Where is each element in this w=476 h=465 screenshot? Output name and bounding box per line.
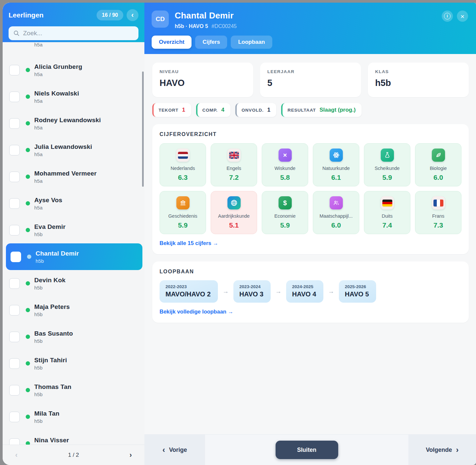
subject-card[interactable]: Duits7.4 xyxy=(364,191,410,234)
subject-card[interactable]: Biologie6.0 xyxy=(415,143,461,186)
subject-card[interactable]: Nederlands6.3 xyxy=(160,143,206,186)
student-checkbox[interactable] xyxy=(9,92,20,102)
career-step: 2022-2023MAVO/HAVO 2 xyxy=(160,280,218,303)
student-checkbox[interactable] xyxy=(9,305,20,315)
stat-card-niveau: NIVEAU HAVO xyxy=(152,63,253,97)
student-class: h5b xyxy=(34,338,73,344)
chevron-left-icon: ‹ xyxy=(131,11,134,19)
subject-card[interactable]: Aardrijkskunde5.1 xyxy=(211,191,257,234)
list-item[interactable]: Maja Petersh5b xyxy=(3,297,144,323)
list-item[interactable]: Nina Visserh5b xyxy=(3,430,144,445)
student-checkbox[interactable] xyxy=(9,145,20,155)
info-button[interactable]: i xyxy=(442,11,453,22)
subject-card[interactable]: Maatschappijl...6.0 xyxy=(313,191,359,234)
student-name: Nina Visser xyxy=(34,437,69,444)
chevron-left-icon: ‹ xyxy=(163,445,165,454)
subject-card[interactable]: Geschiedenis5.9 xyxy=(160,191,206,234)
subject-card[interactable]: Frans7.3 xyxy=(415,191,461,234)
student-class: h5b xyxy=(34,312,70,317)
pagination-prev-icon[interactable]: ‹ xyxy=(15,451,17,459)
student-checkbox[interactable] xyxy=(9,118,20,129)
list-item[interactable]: h5a xyxy=(3,42,144,57)
list-item[interactable]: Niels Kowalskih5a xyxy=(3,83,144,110)
student-id: #DC00245 xyxy=(212,23,237,29)
student-class: h5b xyxy=(36,258,79,264)
student-class: h5a xyxy=(34,98,79,104)
chevron-right-icon: › xyxy=(456,445,459,454)
list-item[interactable]: Ayse Vosh5a xyxy=(3,190,144,217)
subject-card[interactable]: Engels7.2 xyxy=(211,143,257,186)
tab-loopbaan[interactable]: Loopbaan xyxy=(231,36,272,49)
list-item[interactable]: Eva Demirh5b xyxy=(3,217,144,243)
stat-card-klas: KLAS h5b xyxy=(368,63,469,97)
subject-name: Scheikunde xyxy=(366,166,408,171)
badge-label: ONVOLD. xyxy=(242,108,264,113)
student-checkbox[interactable] xyxy=(9,438,20,445)
badge-label: RESULTAAT xyxy=(287,108,316,113)
student-name: Thomas Tan xyxy=(34,383,72,391)
student-info: Thomas Tanh5b xyxy=(34,383,72,397)
tab-overzicht[interactable]: Overzicht xyxy=(152,36,192,49)
tab-cijfers[interactable]: Cijfers xyxy=(195,36,227,49)
view-full-career-link[interactable]: Bekijk volledige loopbaan → xyxy=(160,309,233,315)
app-window: Leerlingen 16 / 90 ‹ h5aAlicia Grunbergh… xyxy=(3,3,476,465)
summary-badge: ONVOLD.1 xyxy=(235,103,277,117)
sidebar-scrollbar[interactable] xyxy=(142,71,144,187)
detail-footer: ‹ Vorige Sluiten Volgende › xyxy=(144,434,476,465)
pagination-next-icon[interactable]: › xyxy=(130,451,132,459)
career-step-label: MAVO/HAVO 2 xyxy=(165,290,211,298)
student-checkbox[interactable] xyxy=(9,198,20,209)
student-checkbox[interactable] xyxy=(9,172,20,182)
student-name: Mohammed Vermeer xyxy=(34,170,97,177)
student-checkbox[interactable] xyxy=(11,252,21,262)
stat-value: HAVO xyxy=(160,78,246,88)
status-dot-icon xyxy=(26,175,30,179)
student-checkbox[interactable] xyxy=(9,65,20,75)
list-item[interactable]: Julia Lewandowskih5a xyxy=(3,137,144,163)
list-item[interactable]: Thomas Tanh5b xyxy=(3,377,144,403)
list-item[interactable]: Devin Kokh5b xyxy=(3,270,144,297)
arrow-right-icon: → xyxy=(275,288,282,295)
student-checkbox[interactable] xyxy=(9,385,20,396)
student-info: Devin Kokh5b xyxy=(34,277,66,290)
next-student-button[interactable]: Volgende › xyxy=(408,435,476,465)
sidebar-collapse-button[interactable]: ‹ xyxy=(127,9,138,21)
student-checkbox[interactable] xyxy=(9,225,20,235)
view-all-grades-link[interactable]: Bekijk alle 15 cijfers → xyxy=(160,240,218,246)
student-checkbox[interactable] xyxy=(9,332,20,342)
list-item[interactable]: Bas Susantoh5b xyxy=(3,323,144,350)
close-button[interactable]: × xyxy=(457,11,468,22)
subject-card[interactable]: Scheikunde5.9 xyxy=(364,143,410,186)
list-item[interactable]: Alicia Grunbergh5a xyxy=(3,57,144,83)
status-dot-icon xyxy=(26,148,30,152)
search-input[interactable] xyxy=(23,30,134,37)
student-checkbox[interactable] xyxy=(9,358,20,369)
subject-card[interactable]: ×Wiskunde5.8 xyxy=(262,143,308,186)
list-item[interactable]: Stijn Tahirih5b xyxy=(3,350,144,377)
badge-value: 1 xyxy=(267,107,270,113)
leaf-icon xyxy=(432,149,445,162)
student-info: Nina Visserh5b xyxy=(34,437,69,445)
previous-student-button[interactable]: ‹ Vorige xyxy=(144,435,205,465)
student-name: Bas Susanto xyxy=(34,330,73,337)
close-panel-button[interactable]: Sluiten xyxy=(276,441,338,459)
subject-card[interactable]: Natuurkunde6.1 xyxy=(313,143,359,186)
search-box[interactable] xyxy=(9,26,138,40)
student-name: Ayse Vos xyxy=(34,197,62,204)
student-name: Mila Tan xyxy=(34,410,59,417)
list-item[interactable]: Chantal Demirh5b xyxy=(6,243,142,270)
subject-grade: 5.8 xyxy=(264,174,306,181)
career-step-label: HAVO 4 xyxy=(292,290,316,298)
subject-card[interactable]: $Economie5.9 xyxy=(262,191,308,234)
list-item[interactable]: Rodney Lewandowskih5a xyxy=(3,110,144,137)
subject-name: Duits xyxy=(366,213,408,219)
student-checkbox[interactable] xyxy=(9,278,20,289)
detail-header: CD Chantal Demir h5b · HAVO 5 #DC00245 i… xyxy=(144,3,476,54)
list-item[interactable]: Mila Tanh5b xyxy=(3,403,144,430)
list-item[interactable]: Mohammed Vermeerh5a xyxy=(3,163,144,190)
career-step-label: HAVO 3 xyxy=(239,290,263,298)
student-checkbox[interactable] xyxy=(9,412,20,422)
student-class: h5b xyxy=(34,365,67,370)
info-icon: i xyxy=(444,13,451,19)
student-info: Ayse Vosh5a xyxy=(34,197,62,210)
